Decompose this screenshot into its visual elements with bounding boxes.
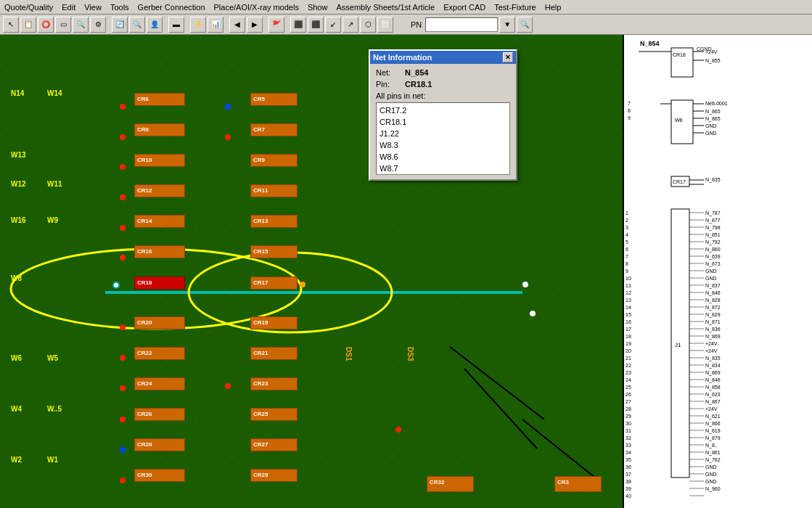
comp-cr23[interactable]: CR23 (250, 377, 298, 390)
svg-text:40: 40 (626, 493, 631, 499)
toolbar-btn-13[interactable]: ◀ (229, 17, 245, 33)
toolbar-btn-1[interactable]: ↖ (3, 17, 19, 33)
toolbar-btn-5[interactable]: 🔍 (73, 17, 89, 33)
toolbar-btn-3[interactable]: ⭕ (38, 17, 54, 33)
toolbar-btn-7[interactable]: 🔄 (112, 17, 128, 33)
svg-text:15: 15 (626, 312, 631, 317)
comp-cr20[interactable]: CR20 (134, 316, 185, 329)
pn-dropdown[interactable]: ▼ (499, 17, 515, 33)
menu-show[interactable]: Show (303, 2, 332, 12)
toolbar-btn-19[interactable]: ↗ (343, 17, 358, 33)
svg-text:N_846: N_846 (705, 377, 721, 383)
toolbar-btn-14[interactable]: ▶ (247, 17, 263, 33)
svg-text:29: 29 (626, 414, 631, 419)
toolbar-btn-8[interactable]: 🔍 (129, 17, 145, 33)
toolbar-btn-10[interactable]: ▬ (168, 17, 184, 33)
pn-search[interactable]: 🔍 (517, 17, 533, 33)
toolbar-btn-12[interactable]: 📊 (208, 17, 223, 33)
net-info-close-button[interactable]: ✕ (503, 52, 513, 62)
comp-cr11[interactable]: CR11 (250, 184, 298, 197)
dot-red-3 (120, 164, 126, 170)
comp-cr9[interactable]: CR9 (250, 154, 298, 167)
comp-cr30[interactable]: CR30 (134, 469, 185, 482)
svg-text:34: 34 (626, 450, 631, 455)
comp-cr3x[interactable]: CR3 (554, 476, 602, 492)
toolbar-btn-6[interactable]: ⚙ (90, 17, 106, 33)
toolbar-btn-17[interactable]: ⬛ (308, 17, 324, 33)
pcb-canvas[interactable]: CR6 CR8 CR10 CR12 CR14 CR16 CR18 CR20 (0, 35, 624, 508)
toolbar-btn-2[interactable]: 📋 (20, 17, 36, 33)
comp-cr18[interactable]: CR18 (134, 276, 185, 290)
svg-text:11: 11 (626, 283, 631, 288)
comp-cr15[interactable]: CR15 (250, 245, 298, 258)
comp-cr22[interactable]: CR22 (134, 347, 185, 360)
comp-cr6[interactable]: CR6 (134, 93, 185, 106)
comp-cr12[interactable]: CR12 (134, 184, 185, 197)
svg-text:9: 9 (628, 115, 631, 120)
comp-cr16[interactable]: CR16 (134, 245, 185, 258)
comp-cr32[interactable]: CR32 (427, 476, 474, 492)
menu-tools[interactable]: Tools (106, 2, 134, 12)
pin-item-5[interactable]: W8.6 (378, 151, 508, 163)
svg-text:N_792: N_792 (705, 239, 721, 245)
dot-white-2 (530, 311, 536, 316)
net-info-dialog: Net Information ✕ Net: N_854 Pin: CR18.1… (369, 49, 517, 181)
comp-cr27[interactable]: CR27 (250, 438, 298, 451)
svg-text:24: 24 (626, 377, 631, 382)
comp-cr29[interactable]: CR29 (250, 469, 298, 482)
menu-edit[interactable]: Edit (57, 2, 80, 12)
menu-assembly[interactable]: Assembly Sheets/1st Article (332, 2, 439, 12)
toolbar-btn-15[interactable]: 🚩 (268, 17, 284, 33)
nav-label-2: W14 (47, 89, 62, 97)
menu-quote[interactable]: Quote/Quality (0, 2, 57, 12)
pin-item-4[interactable]: W8.3 (378, 139, 508, 151)
menu-fixture[interactable]: Test-Fixture (490, 2, 540, 12)
toolbar-btn-4[interactable]: ▭ (55, 17, 71, 33)
svg-text:N_960: N_960 (705, 486, 721, 492)
toolbar-btn-11[interactable]: ⚡ (190, 17, 206, 33)
comp-cr19[interactable]: CR19 (250, 316, 298, 329)
pn-input[interactable] (425, 17, 498, 32)
comp-cr28[interactable]: CR28 (134, 438, 185, 451)
pin-item-2[interactable]: CR18.1 (378, 116, 508, 128)
menu-help[interactable]: Help (541, 2, 566, 12)
svg-text:16: 16 (626, 319, 631, 324)
pin-item-1[interactable]: CR17.2 (378, 105, 508, 116)
toolbar-btn-20[interactable]: ⬡ (360, 17, 376, 33)
comp-cr10[interactable]: CR10 (134, 154, 185, 167)
svg-text:12: 12 (626, 290, 631, 295)
comp-cr25[interactable]: CR25 (250, 408, 298, 421)
comp-cr13[interactable]: CR13 (250, 215, 298, 228)
menu-place[interactable]: Place/AOI/X-ray models (210, 2, 303, 12)
svg-text:N_829: N_829 (705, 312, 721, 318)
pin-row: Pin: CR18.1 (376, 80, 510, 89)
svg-text:N_877: N_877 (705, 218, 721, 224)
toolbar-btn-9[interactable]: 👤 (147, 17, 163, 33)
pin-item-6[interactable]: W8.7 (378, 163, 508, 174)
comp-cr14[interactable]: CR14 (134, 215, 185, 228)
net-info-title: Net Information (373, 53, 432, 62)
toolbar-btn-16[interactable]: ⬛ (290, 17, 306, 33)
comp-cr17[interactable]: CR17 (250, 276, 298, 290)
comp-cr24[interactable]: CR24 (134, 377, 185, 390)
svg-text:N_855: N_855 (705, 58, 721, 64)
comp-cr26[interactable]: CR26 (134, 408, 185, 421)
svg-text:N_872: N_872 (705, 305, 721, 311)
pins-listbox[interactable]: CR17.2 CR18.1 J1.22 W8.3 W8.6 W8.7 (376, 102, 510, 175)
toolbar-btn-18[interactable]: ↙ (325, 17, 341, 33)
toolbar-btn-21[interactable]: ⬜ (377, 17, 393, 33)
menu-view[interactable]: View (80, 2, 106, 12)
comp-cr5[interactable]: CR5 (250, 93, 298, 106)
menu-export[interactable]: Export CAD (439, 2, 490, 12)
comp-cr21[interactable]: CR21 (250, 347, 298, 360)
svg-text:GND: GND (705, 276, 717, 281)
pin-item-3[interactable]: J1.22 (378, 128, 508, 139)
dot-red-1 (120, 104, 126, 110)
comp-cr8[interactable]: CR8 (134, 123, 185, 136)
menu-gerber[interactable]: Gerber Connection (134, 2, 210, 12)
nav-label-13: W2 (11, 456, 22, 464)
svg-text:26: 26 (626, 392, 631, 397)
comp-cr7[interactable]: CR7 (250, 123, 298, 136)
svg-text:Nett-0001: Nett-0001 (705, 101, 728, 106)
dot-red-13 (225, 383, 231, 389)
